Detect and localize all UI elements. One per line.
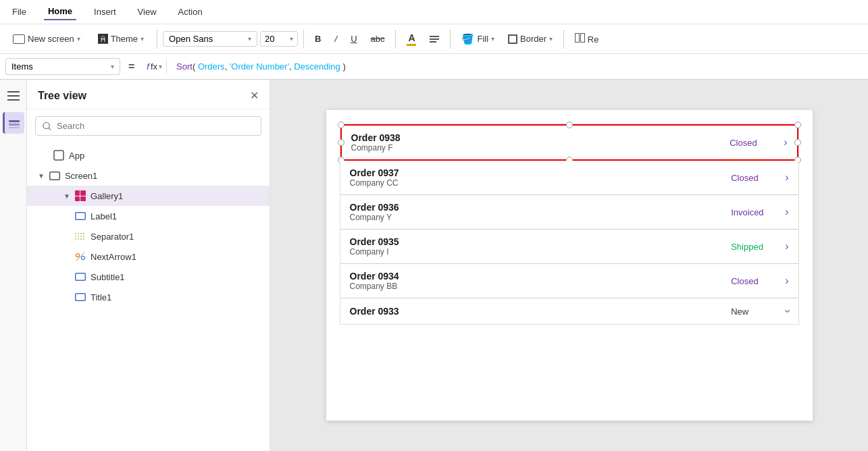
gallery-item-0[interactable]: Order 0938 Company F Closed ›	[340, 124, 798, 161]
item-company-0: Company F	[351, 143, 710, 153]
border-button[interactable]: Border ▾	[503, 31, 558, 47]
handle-mr[interactable]	[794, 139, 801, 146]
tree-item-separator1[interactable]: Separator1	[27, 226, 270, 246]
svg-rect-3	[9, 120, 20, 122]
svg-rect-1	[7, 95, 20, 97]
layers-icon	[8, 117, 20, 129]
svg-rect-18	[76, 294, 86, 301]
gallery1-expand-icon[interactable]: ▼	[63, 192, 70, 200]
gallery-item-3[interactable]: Order 0935 Company I Shipped ›	[340, 230, 798, 264]
menu-insert[interactable]: Insert	[90, 4, 120, 20]
font-size-selector[interactable]: 20 ▾	[260, 31, 298, 47]
layers-button[interactable]	[3, 112, 24, 134]
item-company-1: Company CC	[350, 178, 711, 188]
item-status-0: Closed	[730, 138, 784, 148]
svg-rect-0	[7, 91, 20, 92]
gallery-item-1[interactable]: Order 0937 Company CC Closed ›	[340, 161, 798, 195]
screen1-expand-icon[interactable]: ▼	[38, 172, 45, 180]
toolbar-separator-3	[395, 30, 396, 49]
border-icon	[508, 34, 517, 44]
tree-close-button[interactable]: ✕	[250, 89, 259, 102]
reorder-icon	[575, 33, 585, 43]
menu-file[interactable]: File	[8, 4, 30, 20]
tree-item-title1[interactable]: Title1	[27, 287, 270, 307]
toolbar-separator-4	[450, 30, 451, 49]
strikethrough-button[interactable]: abc	[365, 31, 390, 47]
left-sidebar-icons	[0, 80, 27, 451]
item-order-1: Order 0937	[350, 167, 711, 178]
item-order-4: Order 0934	[350, 271, 711, 282]
app-icon	[53, 149, 65, 161]
separator1-icon	[74, 230, 86, 242]
svg-rect-17	[76, 273, 86, 281]
item-company-4: Company BB	[350, 282, 711, 291]
item-company-2: Company Y	[350, 213, 711, 222]
equals-sign: =	[124, 61, 138, 73]
toolbar: New screen ▾ 🅰 Theme ▾ Open Sans ▾ 20 ▾ …	[0, 24, 868, 54]
svg-point-14	[76, 254, 80, 257]
search-input[interactable]	[57, 121, 254, 131]
screen-icon	[49, 169, 61, 182]
hamburger-menu-button[interactable]	[3, 85, 24, 107]
underline-button[interactable]: U	[345, 31, 362, 47]
property-selector[interactable]: Items ▾	[5, 58, 120, 75]
search-icon	[43, 122, 51, 131]
canvas-area: Order 0938 Company F Closed › Order 0937…	[270, 80, 868, 451]
item-status-3: Shipped	[731, 242, 785, 252]
new-screen-button[interactable]: New screen ▾	[5, 30, 88, 48]
theme-button[interactable]: 🅰 Theme ▾	[91, 29, 151, 49]
item-arrow-1: ›	[785, 171, 788, 184]
nextarrow1-icon	[74, 250, 86, 263]
fill-button[interactable]: 🪣 Fill ▾	[456, 30, 500, 48]
formula-expression[interactable]: Sort( Orders, 'Order Number', Descending…	[171, 59, 863, 74]
tree-item-gallery1[interactable]: ▼ Gallery1	[27, 186, 270, 206]
tree-item-app[interactable]: App	[27, 145, 270, 165]
font-color-icon: A	[407, 32, 416, 46]
formula-bar: Items ▾ = f fx ▾ Sort( Orders, 'Order Nu…	[0, 54, 868, 80]
tree-item-subtitle1[interactable]: Subtitle1	[27, 267, 270, 287]
handle-tm[interactable]	[566, 122, 573, 128]
item-order-5: Order 0933	[350, 306, 711, 317]
handle-tl[interactable]	[338, 122, 344, 128]
tree-items: App ▼ Screen1 ▼	[27, 142, 270, 451]
theme-icon: 🅰	[98, 33, 108, 45]
tree-item-label1[interactable]: Label1	[27, 206, 270, 226]
item-arrow-5: ›	[781, 309, 793, 313]
item-arrow-2: ›	[785, 206, 788, 218]
font-color-button[interactable]: A	[401, 30, 422, 49]
item-arrow-0: ›	[784, 136, 787, 149]
label1-icon	[74, 210, 86, 222]
theme-chevron-icon: ▾	[141, 35, 144, 43]
gallery-item-2[interactable]: Order 0936 Company Y Invoiced ›	[340, 195, 798, 230]
gallery-item-4[interactable]: Order 0934 Company BB Closed ›	[340, 264, 798, 298]
menu-action[interactable]: Action	[174, 4, 207, 20]
toolbar-separator-1	[157, 30, 157, 49]
handle-tr[interactable]	[794, 122, 801, 128]
font-family-selector[interactable]: Open Sans ▾	[163, 31, 257, 47]
fill-chevron-icon: ▾	[491, 35, 494, 43]
fill-icon: 🪣	[461, 33, 474, 45]
menu-home[interactable]: Home	[44, 3, 76, 20]
align-icon	[430, 36, 439, 43]
toolbar-separator-5	[563, 30, 564, 49]
property-chevron-icon: ▾	[111, 63, 114, 70]
item-order-3: Order 0935	[350, 236, 711, 247]
handle-ml[interactable]	[338, 139, 344, 146]
align-button[interactable]	[424, 33, 444, 45]
italic-button[interactable]: /	[330, 31, 343, 47]
tree-search-container	[35, 116, 261, 136]
svg-point-6	[43, 122, 49, 128]
menu-view[interactable]: View	[134, 4, 161, 20]
tree-item-screen1[interactable]: ▼ Screen1	[27, 165, 270, 186]
reorder-button[interactable]: Re	[569, 30, 604, 47]
border-chevron-icon: ▾	[549, 35, 553, 43]
menu-bar: File Home Insert View Action	[0, 0, 868, 24]
tree-item-nextarrow1[interactable]: NextArrow1	[27, 246, 270, 267]
canvas-surface: Order 0938 Company F Closed › Order 0937…	[326, 110, 813, 421]
fx-button[interactable]: f fx ▾	[143, 59, 167, 74]
bold-button[interactable]: B	[309, 31, 326, 47]
fx-icon: f	[147, 61, 149, 72]
main-layout: Tree view ✕ App ▼	[0, 80, 868, 451]
gallery-item-5[interactable]: Order 0933 New ›	[340, 298, 798, 324]
item-company-3: Company I	[350, 247, 711, 257]
